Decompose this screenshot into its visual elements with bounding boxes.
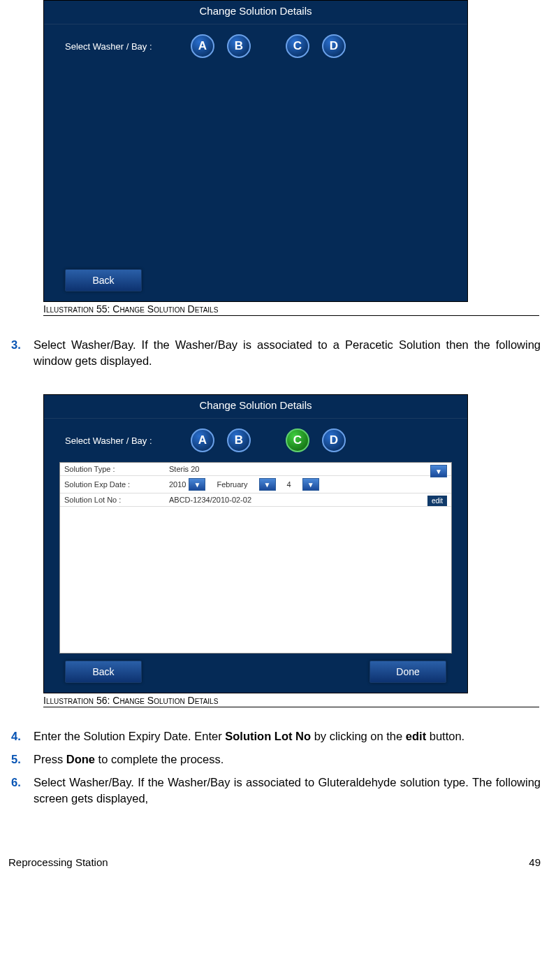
exp-day-dropdown[interactable]: ▼ [302, 478, 319, 491]
solution-form-panel: Solution Type : Steris 20 ▼ Solution Exp… [59, 462, 452, 654]
bay-button-b-2[interactable]: B [227, 428, 251, 452]
exp-year-dropdown[interactable]: ▼ [189, 478, 205, 491]
illustration-55-caption: Illustration 55: Change Solution Details [43, 303, 539, 316]
solution-type-value: Steris 20 [169, 465, 447, 473]
step-5-number: 5. [11, 751, 34, 768]
select-washer-label: Select Washer / Bay : [65, 41, 191, 52]
step-3-text: Select Washer/Bay. If the Washer/Bay is … [34, 337, 542, 369]
step-4-text: Enter the Solution Expiry Date. Enter So… [34, 728, 542, 744]
window-title-2: Change Solution Details [44, 395, 467, 418]
exp-month-value: February [217, 480, 247, 489]
solution-lot-label: Solution Lot No : [64, 496, 169, 504]
solution-type-label: Solution Type : [64, 465, 169, 473]
step-6-number: 6. [11, 774, 34, 807]
window-title: Change Solution Details [44, 1, 467, 24]
page-number: 49 [529, 856, 541, 868]
back-button[interactable]: Back [65, 269, 142, 291]
bay-button-d[interactable]: D [322, 34, 346, 58]
edit-button[interactable]: edit [427, 496, 447, 506]
screenshot-change-solution-2: Change Solution Details Select Washer / … [43, 394, 468, 693]
footer-title: Reprocessing Station [8, 856, 108, 868]
illustration-56-caption: Illustration 56: Change Solution Details [43, 695, 539, 707]
bay-button-b[interactable]: B [227, 34, 251, 58]
bay-button-c[interactable]: C [286, 34, 309, 58]
exp-month-dropdown[interactable]: ▼ [259, 478, 276, 491]
bay-button-a-2[interactable]: A [191, 428, 214, 452]
step-5-text: Press Done to complete the process. [34, 751, 542, 768]
bay-button-d-2[interactable]: D [322, 428, 346, 452]
exp-day-value: 4 [287, 480, 291, 489]
solution-lot-value: ABCD-1234/2010-02-02 [169, 496, 447, 504]
solution-exp-label: Solution Exp Date : [64, 480, 169, 489]
bay-button-a[interactable]: A [191, 34, 214, 58]
back-button-2[interactable]: Back [65, 661, 142, 683]
exp-year-value: 2010 [169, 480, 186, 489]
screenshot-change-solution-1: Change Solution Details Select Washer / … [43, 0, 468, 302]
step-6-text: Select Washer/Bay. If the Washer/Bay is … [34, 774, 542, 807]
step-3-number: 3. [11, 337, 34, 369]
step-4-number: 4. [11, 728, 34, 744]
select-washer-label-2: Select Washer / Bay : [65, 435, 191, 446]
done-button[interactable]: Done [369, 661, 446, 683]
bay-button-c-selected[interactable]: C [286, 428, 309, 452]
